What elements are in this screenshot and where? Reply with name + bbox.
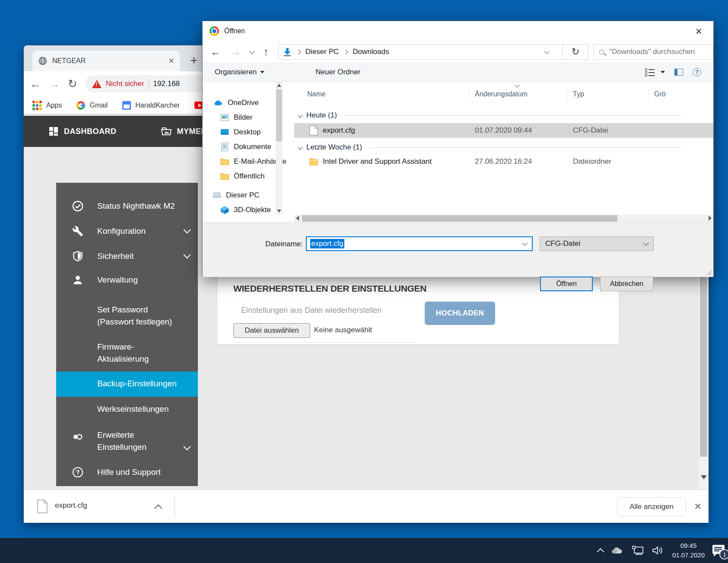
konfiguration-chevron-icon[interactable] <box>184 226 191 234</box>
search-box[interactable]: "Downloads" durchsuchen <box>594 44 713 60</box>
sidebar-item-backup-einstellungen[interactable]: Backup-Einstellungen <box>97 379 177 388</box>
sidebar-item-sicherheit[interactable]: Sicherheit <box>97 251 134 261</box>
new-tab-button[interactable]: + <box>190 53 198 68</box>
file-type: CFG-Datei <box>573 126 608 135</box>
organize-button[interactable]: Organisieren <box>215 68 257 76</box>
filename-input[interactable]: export.cfg <box>306 236 533 251</box>
recent-locations-chevron-icon[interactable] <box>249 48 255 54</box>
sidebar-item-firmware-line1[interactable]: Firmware- <box>97 342 134 352</box>
sidebar-item-set-password-line1[interactable]: Set Password <box>97 305 148 315</box>
sidebar-item-werkseinstellungen[interactable]: Werkseinstellungen <box>97 404 168 414</box>
resize-grip[interactable] <box>706 270 712 275</box>
back-icon[interactable]: ← <box>30 77 41 91</box>
sicherheit-chevron-icon[interactable] <box>184 251 191 259</box>
scroll-left-arrow-icon[interactable] <box>296 216 299 221</box>
bookmark-apps[interactable]: Apps <box>32 101 62 110</box>
sidebar-item-erweiterte-line1[interactable]: Erweiterte <box>97 430 134 440</box>
scroll-up-arrow-icon[interactable] <box>277 84 281 87</box>
column-size[interactable]: Grö <box>654 90 666 98</box>
bookmark-gmail[interactable]: Gmail <box>76 101 108 110</box>
column-name[interactable]: Name <box>307 90 326 98</box>
file-row-intel-folder[interactable]: Intel Driver and Support Assistant 27.06… <box>294 154 713 169</box>
tab-close-icon[interactable]: × <box>168 56 174 66</box>
volume-tray-icon[interactable] <box>652 545 664 556</box>
download-filename[interactable]: export.cfg <box>55 501 87 510</box>
dialog-close-icon[interactable]: × <box>696 25 702 38</box>
action-center-icon[interactable]: 1 <box>712 545 725 556</box>
bookmark-haraldkarcher[interactable]: HaraldKarcher <box>122 101 180 110</box>
reload-icon[interactable]: ↻ <box>68 77 77 91</box>
open-button[interactable]: Öffnen <box>540 277 593 291</box>
file-date: 27.06.2020 16:24 <box>475 157 532 166</box>
sidebar-item-verwaltung[interactable]: Verwaltung <box>97 275 138 285</box>
dialog-back-icon[interactable]: ← <box>210 46 221 58</box>
dialog-footer: Dateiname: export.cfg CFG-Datei Öffnen A… <box>203 222 713 277</box>
show-all-downloads-button[interactable]: Alle anzeigen <box>617 497 686 516</box>
notification-badge: 1 <box>719 549 728 560</box>
breadcrumb-dieser-pc[interactable]: Dieser PC <box>305 48 339 56</box>
folder-icon <box>220 157 229 166</box>
new-folder-button[interactable]: Neuer Ordner <box>315 68 360 76</box>
address-dropdown-chevron-icon[interactable] <box>544 48 550 54</box>
view-caret-icon[interactable] <box>661 71 665 73</box>
view-list-icon[interactable] <box>645 68 655 76</box>
onedrive-tray-icon[interactable] <box>611 546 624 555</box>
desktop-icon <box>220 127 229 137</box>
breadcrumb[interactable]: Dieser PC Downloads <box>278 44 563 60</box>
sidebar-item-hilfe[interactable]: Hilfe und Support <box>97 468 161 477</box>
group-header-heute[interactable]: Heute (1) <box>299 111 682 120</box>
file-row-export-cfg[interactable]: export.cfg 01.07.2020 09:44 CFG-Datei <box>294 123 713 138</box>
group-collapse-chevron-icon[interactable] <box>298 145 302 149</box>
choose-file-button[interactable]: Datei auswählen <box>233 323 310 338</box>
preview-pane-icon[interactable] <box>674 69 683 76</box>
column-type[interactable]: Typ <box>573 90 584 98</box>
tree-scrollbar-thumb[interactable] <box>276 89 282 141</box>
scroll-down-arrow-icon[interactable] <box>277 210 281 213</box>
tree-item-bilder[interactable]: Bilder <box>220 113 252 122</box>
upload-button[interactable]: HOCHLADEN <box>425 302 495 325</box>
horizontal-scrollbar-thumb[interactable] <box>302 215 617 222</box>
not-secure-warning-icon[interactable] <box>92 80 102 88</box>
onedrive-icon <box>214 98 223 108</box>
scroll-right-arrow-icon[interactable] <box>709 216 712 221</box>
nav-dashboard[interactable]: DASHBOARD <box>48 126 117 137</box>
file-type: Dateiordner <box>573 157 611 166</box>
tree-item-desktop[interactable]: Desktop <box>220 127 261 137</box>
download-bar-close-icon[interactable]: × <box>694 499 701 513</box>
cancel-button[interactable]: Abbrechen <box>600 277 653 291</box>
tree-item-onedrive[interactable]: OneDrive <box>214 98 259 108</box>
tree-scrollbar[interactable] <box>276 82 283 215</box>
group-header-letzte-woche[interactable]: Letzte Woche (1) <box>299 143 681 152</box>
download-chevron-up-icon[interactable] <box>154 504 162 512</box>
sidebar-item-set-password-line2[interactable]: (Passwort festlegen) <box>97 317 172 327</box>
tree-item-label: OneDrive <box>228 99 259 107</box>
browser-tab[interactable]: NETGEAR × <box>32 51 180 71</box>
dialog-up-icon[interactable]: ↑ <box>264 46 269 58</box>
horizontal-scrollbar[interactable] <box>294 215 713 222</box>
dialog-help-icon[interactable]: ? <box>693 68 701 76</box>
breadcrumb-downloads[interactable]: Downloads <box>353 48 389 56</box>
group-divider-line <box>370 147 681 148</box>
erweiterte-chevron-icon[interactable] <box>184 443 191 451</box>
group-collapse-chevron-icon[interactable] <box>298 113 302 118</box>
column-date[interactable]: Änderungsdatum <box>475 90 528 98</box>
tree-item-3d-objekte[interactable]: 3D-Objekte <box>220 205 271 215</box>
column-headers: Name Änderungsdatum Typ Grö <box>294 86 713 103</box>
refresh-button[interactable]: ↻ <box>563 44 588 60</box>
filename-dropdown-chevron-icon[interactable] <box>522 240 528 246</box>
tree-item-oeffentlich[interactable]: Öffentlich <box>220 172 265 181</box>
sidebar-item-erweiterte-line2[interactable]: Einstellungen <box>97 442 146 452</box>
sidebar-item-konfiguration[interactable]: Konfiguration <box>97 226 146 236</box>
sidebar-item-status[interactable]: Status Nighthawk M2 <box>97 201 175 211</box>
tree-item-dieser-pc[interactable]: Dieser PC <box>212 191 259 200</box>
tree-item-dokumente[interactable]: Dokumente <box>220 142 271 152</box>
not-secure-label[interactable]: Nicht sicher <box>106 80 144 88</box>
taskbar-clock[interactable]: 09:45 01.07.2020 <box>672 541 705 560</box>
tray-expand-chevron-icon[interactable] <box>597 548 604 555</box>
filetype-select[interactable]: CFG-Datei <box>540 236 654 251</box>
sidebar-item-firmware-line2[interactable]: Aktualisierung <box>97 354 149 364</box>
scroll-down-arrow-icon[interactable] <box>701 475 707 479</box>
network-tray-icon[interactable] <box>632 545 644 556</box>
filetype-dropdown-chevron-icon[interactable] <box>643 240 649 246</box>
dialog-titlebar[interactable]: Öffnen × <box>203 21 713 41</box>
